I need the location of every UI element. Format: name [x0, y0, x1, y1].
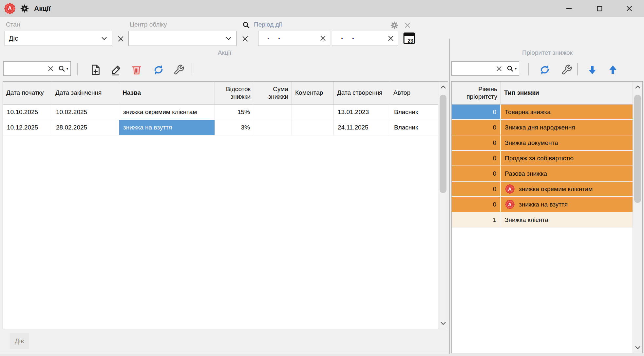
- scroll-down-icon[interactable]: [633, 342, 642, 353]
- promotions-search-input[interactable]: [4, 65, 45, 72]
- column-header[interactable]: Автор: [390, 82, 438, 104]
- cell-date-end[interactable]: 28.02.2025: [52, 120, 119, 135]
- stan-clear-button[interactable]: [116, 35, 125, 43]
- search-options-icon[interactable]: ▾: [56, 62, 70, 75]
- priority-row[interactable]: 1 Знижка клієнта: [452, 212, 633, 228]
- cell-name[interactable]: знижка окремим клієнтам: [119, 105, 215, 120]
- cell-date-start[interactable]: 10.12.2025: [3, 120, 52, 135]
- edit-record-button[interactable]: [109, 62, 124, 78]
- priorities-table: Рівень пріоритету Тип знижки 0 Товарна з…: [451, 81, 643, 353]
- scroll-up-icon[interactable]: [438, 82, 448, 93]
- cell-name-selected[interactable]: знижка на взуття: [119, 120, 215, 135]
- scroll-up-icon[interactable]: [633, 82, 642, 93]
- cell-author[interactable]: Власник: [390, 105, 438, 120]
- refresh-button[interactable]: [151, 62, 166, 78]
- app-badge-icon: A: [4, 3, 16, 14]
- cell-comment[interactable]: [292, 105, 334, 120]
- close-button[interactable]: [619, 0, 639, 17]
- scroll-down-icon[interactable]: [438, 318, 448, 329]
- cell-discount-type[interactable]: Продаж за собівартістю: [501, 151, 633, 166]
- column-header[interactable]: Коментар: [292, 82, 334, 104]
- column-header[interactable]: Тип знижки: [501, 82, 633, 104]
- stan-combobox[interactable]: Діє: [5, 31, 112, 46]
- scrollbar-thumb[interactable]: [440, 95, 446, 193]
- cell-discount-type[interactable]: Знижка клієнта: [501, 212, 633, 228]
- cell-percent[interactable]: 3%: [215, 120, 254, 135]
- cell-priority-level[interactable]: 0: [452, 151, 501, 166]
- cell-author[interactable]: Власник: [390, 120, 438, 135]
- cell-priority-level[interactable]: 0: [452, 135, 501, 151]
- window-title: Акції: [34, 5, 50, 12]
- period-to-field[interactable]: [332, 31, 398, 46]
- cell-sum[interactable]: [254, 120, 292, 135]
- date-mask-dot: [268, 38, 269, 39]
- add-record-button[interactable]: [88, 62, 104, 78]
- scrollbar-thumb[interactable]: [634, 95, 641, 203]
- search-clear-icon[interactable]: [45, 62, 56, 75]
- cell-priority-level[interactable]: 0: [452, 182, 501, 197]
- move-down-button[interactable]: [584, 62, 600, 78]
- priorities-scrollbar[interactable]: [633, 82, 642, 353]
- search-clear-icon[interactable]: [493, 62, 504, 75]
- period-from-field[interactable]: [258, 31, 330, 46]
- priority-row[interactable]: 0 Разова знижка: [452, 166, 633, 182]
- cell-priority-level[interactable]: 1: [452, 212, 501, 228]
- cell-sum[interactable]: [254, 105, 292, 120]
- table-row[interactable]: 10.10.2025 10.02.2025 знижка окремим клі…: [3, 105, 438, 120]
- column-header[interactable]: Дата початку: [3, 82, 52, 104]
- priority-row[interactable]: 0 A знижка на взуття: [452, 197, 633, 212]
- cell-discount-type[interactable]: Товарна знижка: [501, 105, 633, 120]
- gear-icon[interactable]: [19, 3, 30, 14]
- center-combobox[interactable]: [128, 31, 237, 46]
- move-up-button[interactable]: [605, 62, 621, 78]
- cell-priority-level[interactable]: 0: [452, 166, 501, 182]
- settings-wrench-button[interactable]: [171, 62, 187, 78]
- priority-row[interactable]: 0 Товарна знижка: [452, 105, 633, 120]
- period-from-clear-button[interactable]: [319, 35, 327, 42]
- cell-priority-level[interactable]: 0: [452, 120, 501, 135]
- cell-discount-type[interactable]: A знижка на взуття: [501, 197, 633, 212]
- priority-row[interactable]: 0 A знижка окремим клієнтам: [452, 182, 633, 197]
- priority-row[interactable]: 0 Знижка дня народження: [452, 120, 633, 135]
- cell-discount-type[interactable]: A знижка окремим клієнтам: [501, 182, 633, 197]
- period-to-clear-button[interactable]: [387, 35, 394, 42]
- column-header[interactable]: Дата закінчення: [52, 82, 119, 104]
- cell-date-end[interactable]: 10.02.2025: [52, 105, 119, 120]
- delete-record-button[interactable]: [129, 62, 144, 78]
- cell-date-created[interactable]: 13.01.2023: [334, 105, 390, 120]
- column-header[interactable]: Назва: [119, 82, 215, 104]
- cell-discount-type[interactable]: Разова знижка: [501, 166, 633, 182]
- chevron-down-icon[interactable]: [101, 35, 108, 42]
- table-row[interactable]: 10.12.2025 28.02.2025 знижка на взуття 3…: [3, 120, 438, 135]
- column-header[interactable]: Відсоток знижки: [215, 82, 254, 104]
- cell-priority-level[interactable]: 0: [452, 197, 501, 212]
- status-filter-tab[interactable]: Діє: [10, 333, 29, 349]
- column-header[interactable]: Рівень пріоритету: [452, 82, 501, 104]
- settings-wrench-button[interactable]: [559, 62, 575, 78]
- calendar-icon[interactable]: 23: [403, 31, 415, 45]
- cell-date-start[interactable]: 10.10.2025: [3, 105, 52, 120]
- search-options-icon[interactable]: ▾: [504, 62, 519, 75]
- priority-row[interactable]: 0 Продаж за собівартістю: [452, 151, 633, 166]
- period-close-icon[interactable]: [403, 21, 412, 29]
- promotions-search-box[interactable]: ▾: [3, 61, 71, 76]
- priorities-search-input[interactable]: [452, 65, 493, 72]
- cell-comment[interactable]: [292, 120, 334, 135]
- cell-priority-level[interactable]: 0: [452, 105, 501, 120]
- column-header[interactable]: Дата створення: [334, 82, 390, 104]
- center-clear-button[interactable]: [240, 35, 250, 43]
- priorities-search-box[interactable]: ▾: [451, 61, 519, 76]
- cell-discount-type[interactable]: Знижка дня народження: [501, 120, 633, 135]
- column-header[interactable]: Сума знижки: [254, 82, 292, 104]
- priority-row[interactable]: 0 Знижка документа: [452, 135, 633, 151]
- refresh-button[interactable]: [537, 62, 553, 78]
- chevron-down-icon[interactable]: [225, 35, 232, 42]
- cell-discount-type[interactable]: Знижка документа: [501, 135, 633, 151]
- minimize-button[interactable]: [559, 0, 579, 17]
- cell-date-created[interactable]: 24.11.2025: [334, 120, 390, 135]
- cell-percent[interactable]: 15%: [215, 105, 254, 120]
- maximize-button[interactable]: [589, 0, 610, 17]
- period-settings-gear-icon[interactable]: [390, 21, 399, 30]
- app-window: A Акції Стан Діє Центр обліку: [0, 0, 644, 356]
- promotions-scrollbar[interactable]: [438, 82, 448, 329]
